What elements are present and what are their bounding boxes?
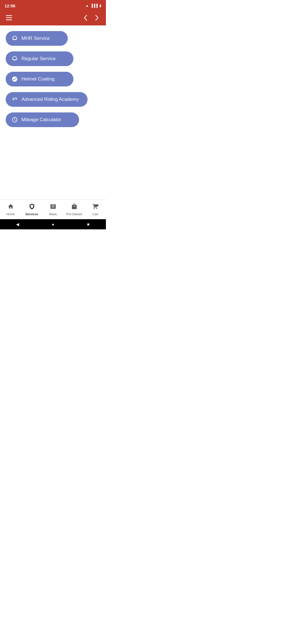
battery-icon: ▮	[99, 4, 101, 8]
mhr-service-button[interactable]: MHR Service	[6, 31, 68, 46]
status-time: 12:56	[5, 3, 15, 8]
cart-icon	[92, 203, 99, 211]
helmet2-icon	[11, 55, 18, 62]
check-circle-icon	[11, 76, 18, 82]
advanced-riding-label: Advanced Riding Academy	[21, 97, 79, 102]
svg-rect-1	[6, 18, 12, 18]
bottom-nav: Home Services News Pre-Owned	[0, 199, 106, 219]
helmet-coating-label: Helmet Coating	[21, 76, 55, 82]
nav-news-label: News	[49, 212, 57, 216]
pre-owned-icon	[71, 203, 77, 211]
motorcycle-icon	[11, 96, 18, 103]
home-icon	[8, 203, 14, 211]
main-content: MHR Service Regular Service Helmet Coati…	[0, 25, 106, 199]
services-icon	[29, 203, 35, 211]
nav-home-label: Home	[6, 212, 15, 216]
mileage-calculator-button[interactable]: Mileage Calculator	[6, 112, 79, 127]
nav-item-cart[interactable]: Cart	[85, 200, 106, 219]
advanced-riding-button[interactable]: Advanced Riding Academy	[6, 92, 88, 107]
menu-button[interactable]	[5, 13, 14, 22]
nav-arrows	[81, 13, 101, 22]
status-icons: ▲ ▐▐▐ ▮	[86, 4, 101, 8]
android-home[interactable]: ●	[47, 220, 59, 228]
nav-pre-owned-label: Pre-Owned	[66, 212, 82, 216]
svg-rect-0	[6, 15, 12, 16]
android-back[interactable]: ◀	[12, 220, 23, 228]
wifi-icon: ▲	[86, 4, 89, 8]
android-recent[interactable]: ■	[83, 220, 94, 228]
speedometer-icon	[11, 116, 18, 123]
news-icon	[50, 203, 56, 211]
top-nav	[0, 11, 106, 25]
helmet-coating-button[interactable]: Helmet Coating	[6, 72, 73, 86]
signal-icon: ▐▐▐	[90, 4, 98, 8]
mileage-calculator-label: Mileage Calculator	[21, 117, 61, 123]
helmet-icon	[11, 35, 18, 42]
status-bar: 12:56 ▲ ▐▐▐ ▮	[0, 0, 106, 11]
android-nav: ◀ ● ■	[0, 219, 106, 229]
nav-item-home[interactable]: Home	[0, 200, 21, 219]
nav-item-pre-owned[interactable]: Pre-Owned	[64, 200, 85, 219]
nav-services-label: Services	[25, 212, 38, 216]
regular-service-label: Regular Service	[21, 56, 56, 62]
forward-button[interactable]	[92, 13, 101, 22]
nav-cart-label: Cart	[92, 212, 98, 216]
mhr-service-label: MHR Service	[21, 36, 50, 41]
regular-service-button[interactable]: Regular Service	[6, 51, 73, 66]
back-button[interactable]	[81, 13, 90, 22]
svg-rect-2	[6, 19, 12, 20]
nav-item-services[interactable]: Services	[21, 200, 42, 219]
nav-item-news[interactable]: News	[42, 200, 64, 219]
